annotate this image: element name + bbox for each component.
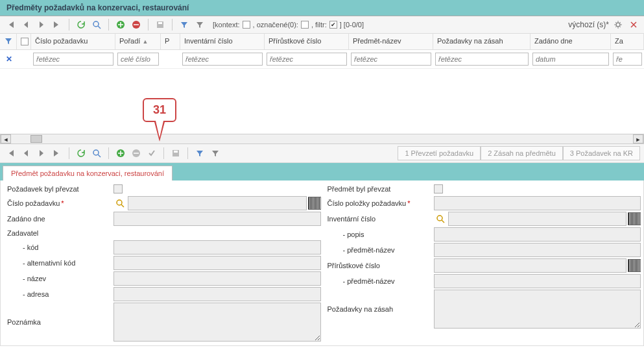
lookup-cislo-icon[interactable] bbox=[113, 197, 126, 210]
tab-predmet[interactable]: Předmět požadavku na konzervaci, restaur… bbox=[3, 166, 173, 180]
filter-inv[interactable] bbox=[182, 53, 263, 66]
filter-poradi[interactable] bbox=[117, 53, 159, 66]
field-zadano[interactable] bbox=[113, 212, 321, 226]
label-altkod: - alternativní kód bbox=[3, 257, 113, 269]
scroll-thumb[interactable] bbox=[30, 135, 42, 143]
add-icon[interactable] bbox=[114, 18, 127, 31]
label-r-prednaz: - předmět-název bbox=[324, 244, 434, 256]
svg-point-6 bbox=[93, 150, 99, 155]
filter-cislo[interactable] bbox=[33, 53, 113, 66]
col-inv[interactable]: Inventární číslo bbox=[180, 34, 265, 49]
filter-checkbox[interactable] bbox=[329, 21, 337, 29]
action-prevzeti[interactable]: 1 Převzetí požadavku bbox=[398, 146, 481, 160]
svg-point-5 bbox=[616, 23, 620, 27]
svg-rect-10 bbox=[174, 151, 178, 153]
col-cislo[interactable]: Číslo požadavku bbox=[31, 34, 115, 49]
col-zadano[interactable]: Zadáno dne bbox=[531, 34, 611, 49]
h-scrollbar[interactable]: ◄ ► bbox=[0, 134, 644, 144]
separator bbox=[172, 19, 173, 31]
save-icon[interactable] bbox=[169, 147, 182, 160]
scroll-right-icon[interactable]: ► bbox=[633, 134, 643, 143]
separator bbox=[69, 147, 69, 159]
filter-icon[interactable] bbox=[193, 147, 206, 160]
separator bbox=[163, 147, 164, 159]
filter-pozadavky[interactable] bbox=[435, 53, 529, 66]
filter-prir[interactable] bbox=[267, 53, 347, 66]
close-icon[interactable] bbox=[627, 18, 640, 31]
svg-point-11 bbox=[117, 200, 122, 205]
field-r-prednaz2[interactable] bbox=[434, 274, 641, 288]
save-icon[interactable] bbox=[154, 18, 167, 31]
last-icon[interactable] bbox=[51, 147, 64, 160]
prev-icon[interactable] bbox=[19, 147, 32, 160]
label-zadavatel: Zadavatel bbox=[3, 227, 113, 239]
action-pozadavek-kr[interactable]: 3 Požadavek na KR bbox=[563, 146, 640, 160]
label-r-prevzat: Předmět byl převzat bbox=[324, 183, 434, 195]
form-left: Požadavek byl převzat Číslo požadavku* Z… bbox=[3, 183, 321, 343]
add-icon[interactable] bbox=[114, 147, 127, 160]
clear-filters-icon[interactable]: ✕ bbox=[2, 55, 16, 64]
label-prevzat: Požadavek byl převzat bbox=[3, 183, 113, 195]
field-altkod[interactable] bbox=[113, 256, 321, 270]
gear-icon[interactable] bbox=[612, 18, 625, 31]
callout-number: 31 bbox=[143, 98, 176, 122]
barcode-inv-icon[interactable] bbox=[628, 212, 641, 225]
filter2-icon[interactable] bbox=[193, 18, 206, 31]
filter-row: ✕ bbox=[0, 50, 644, 69]
field-cislo[interactable] bbox=[128, 196, 307, 210]
label-r-popis: - popis bbox=[324, 229, 434, 240]
preset-label[interactable]: výchozí (s)* bbox=[568, 20, 609, 29]
remove-icon[interactable] bbox=[130, 147, 143, 160]
filter-predmet[interactable] bbox=[351, 53, 431, 66]
field-poznamka[interactable] bbox=[113, 303, 321, 342]
col-pozadavky[interactable]: Požadavky na zásah bbox=[433, 34, 531, 49]
remove-icon[interactable] bbox=[130, 18, 143, 31]
lookup-inv-icon[interactable] bbox=[434, 212, 447, 225]
field-r-prir[interactable] bbox=[434, 258, 627, 273]
marked-checkbox[interactable] bbox=[301, 21, 309, 29]
separator bbox=[108, 147, 109, 159]
next-icon[interactable] bbox=[35, 147, 48, 160]
col-za[interactable]: Za bbox=[611, 34, 644, 49]
filter2-icon[interactable] bbox=[209, 147, 222, 160]
col-poradi[interactable]: Pořadí▲ bbox=[115, 34, 161, 49]
col-p[interactable]: P bbox=[161, 34, 180, 49]
filter-zadano[interactable] bbox=[532, 53, 609, 66]
search-icon[interactable] bbox=[90, 18, 103, 31]
field-r-polozka[interactable] bbox=[434, 196, 641, 210]
separator bbox=[108, 19, 109, 31]
field-adresa[interactable] bbox=[113, 287, 321, 301]
filter-za[interactable] bbox=[613, 53, 642, 66]
last-icon[interactable] bbox=[51, 18, 64, 31]
field-kod[interactable] bbox=[113, 240, 321, 255]
refresh-icon[interactable] bbox=[75, 147, 88, 160]
first-icon[interactable] bbox=[4, 147, 17, 160]
filter-col-icon[interactable] bbox=[0, 34, 17, 49]
field-r-pozzas[interactable] bbox=[434, 290, 641, 329]
select-all-checkbox[interactable] bbox=[17, 34, 31, 49]
field-nazev[interactable] bbox=[113, 271, 321, 286]
barcode-prir-icon[interactable] bbox=[628, 259, 641, 272]
grid-body: 31 bbox=[0, 69, 644, 134]
filter-icon[interactable] bbox=[178, 18, 191, 31]
field-r-prednaz[interactable] bbox=[434, 243, 641, 257]
col-prir[interactable]: Přírůstkové číslo bbox=[265, 34, 349, 49]
field-r-inv[interactable] bbox=[448, 212, 627, 226]
scroll-left-icon[interactable]: ◄ bbox=[1, 134, 11, 143]
col-predmet[interactable]: Předmět-název bbox=[349, 34, 433, 49]
form-right: Předmět byl převzat Číslo položky požada… bbox=[324, 183, 641, 343]
context-checkbox[interactable] bbox=[243, 21, 250, 29]
label-r-inv: Inventární číslo bbox=[324, 213, 434, 225]
prev-icon[interactable] bbox=[19, 18, 32, 31]
refresh-icon[interactable] bbox=[75, 18, 88, 31]
barcode-cislo-icon[interactable] bbox=[308, 197, 321, 210]
field-r-popis[interactable] bbox=[434, 227, 641, 242]
search-icon[interactable] bbox=[90, 147, 103, 160]
label-r-prednaz2: - předmět-název bbox=[324, 275, 434, 287]
confirm-icon[interactable] bbox=[145, 147, 158, 160]
first-icon[interactable] bbox=[4, 18, 17, 31]
label-cislo: Číslo požadavku* bbox=[3, 197, 113, 209]
next-icon[interactable] bbox=[35, 18, 48, 31]
action-zasah[interactable]: 2 Zásah na předmětu bbox=[481, 146, 563, 160]
svg-point-0 bbox=[93, 21, 99, 27]
